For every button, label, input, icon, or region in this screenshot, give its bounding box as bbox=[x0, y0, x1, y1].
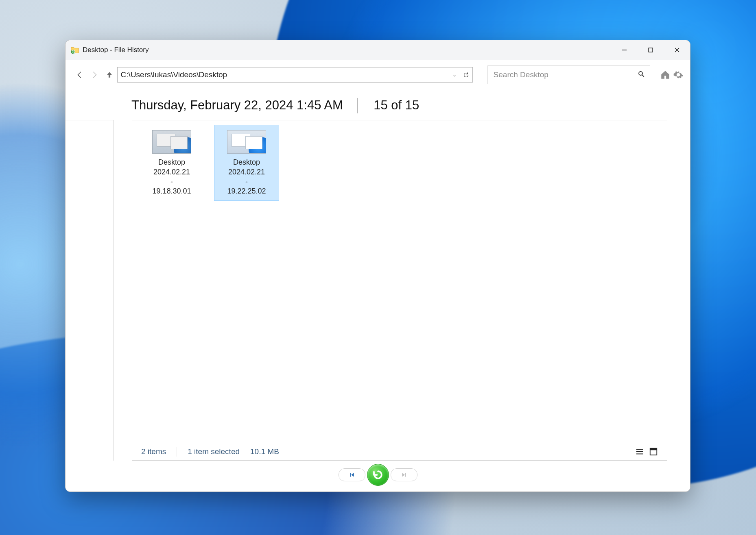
next-version-button[interactable] bbox=[391, 468, 417, 481]
side-panel bbox=[66, 120, 114, 461]
search-input[interactable] bbox=[493, 70, 638, 80]
file-history-app-icon bbox=[70, 46, 79, 54]
svg-rect-11 bbox=[650, 448, 657, 450]
file-grid[interactable]: Desktop 2024.02.21 - 19.18.30.01 Desktop… bbox=[132, 120, 667, 443]
status-bar: 2 items 1 item selected 10.1 MB bbox=[132, 443, 667, 460]
address-bar[interactable]: C:\Users\lukas\Videos\Desktop ⌄ bbox=[117, 67, 460, 83]
version-timestamp: Thursday, February 22, 2024 1:45 AM bbox=[131, 98, 343, 113]
file-name-line: - bbox=[141, 177, 202, 187]
file-history-window: Desktop - File History bbox=[65, 40, 690, 492]
home-icon[interactable] bbox=[660, 70, 671, 80]
svg-point-5 bbox=[639, 72, 642, 75]
toolbar: C:\Users\lukas\Videos\Desktop ⌄ bbox=[66, 60, 690, 88]
status-selection: 1 item selected bbox=[188, 447, 240, 456]
address-path: C:\Users\lukas\Videos\Desktop bbox=[121, 70, 450, 79]
file-name-line: Desktop bbox=[216, 158, 277, 167]
status-size: 10.1 MB bbox=[250, 447, 279, 456]
version-heading: Thursday, February 22, 2024 1:45 AM │ 15… bbox=[66, 88, 690, 120]
back-button[interactable] bbox=[74, 69, 85, 80]
file-panel: Desktop 2024.02.21 - 19.18.30.01 Desktop… bbox=[132, 120, 667, 461]
search-icon[interactable] bbox=[638, 70, 645, 80]
history-nav bbox=[66, 461, 690, 492]
status-item-count: 2 items bbox=[141, 447, 166, 456]
up-button[interactable] bbox=[104, 69, 114, 80]
restore-button[interactable] bbox=[367, 464, 389, 486]
details-view-icon[interactable] bbox=[635, 447, 644, 456]
file-name-line: 19.22.25.02 bbox=[216, 187, 277, 196]
minimize-button[interactable] bbox=[611, 40, 637, 60]
desktop-background: Desktop - File History bbox=[0, 0, 756, 535]
thumbnails-view-icon[interactable] bbox=[649, 447, 658, 456]
close-button[interactable] bbox=[664, 40, 690, 60]
file-name-line: Desktop bbox=[141, 158, 202, 167]
refresh-button[interactable] bbox=[460, 67, 473, 83]
titlebar[interactable]: Desktop - File History bbox=[66, 40, 690, 60]
file-item[interactable]: Desktop 2024.02.21 - 19.22.25.02 bbox=[214, 125, 279, 200]
gear-icon[interactable] bbox=[673, 70, 684, 80]
file-name-line: - bbox=[216, 177, 277, 187]
window-title: Desktop - File History bbox=[83, 46, 149, 54]
file-name-line: 2024.02.21 bbox=[141, 167, 202, 177]
previous-version-button[interactable] bbox=[339, 468, 365, 481]
file-name-line: 19.18.30.01 bbox=[141, 187, 202, 196]
search-box[interactable] bbox=[487, 65, 650, 84]
file-name-line: 2024.02.21 bbox=[216, 167, 277, 177]
file-thumbnail bbox=[152, 130, 191, 154]
address-dropdown-icon[interactable]: ⌄ bbox=[450, 72, 457, 78]
maximize-button[interactable] bbox=[637, 40, 664, 60]
svg-rect-2 bbox=[649, 48, 653, 52]
file-thumbnail bbox=[227, 130, 266, 154]
svg-line-6 bbox=[642, 75, 644, 77]
heading-separator: │ bbox=[354, 98, 362, 113]
file-item[interactable]: Desktop 2024.02.21 - 19.18.30.01 bbox=[140, 125, 204, 200]
version-position: 15 of 15 bbox=[374, 98, 419, 113]
forward-button[interactable] bbox=[89, 69, 100, 80]
